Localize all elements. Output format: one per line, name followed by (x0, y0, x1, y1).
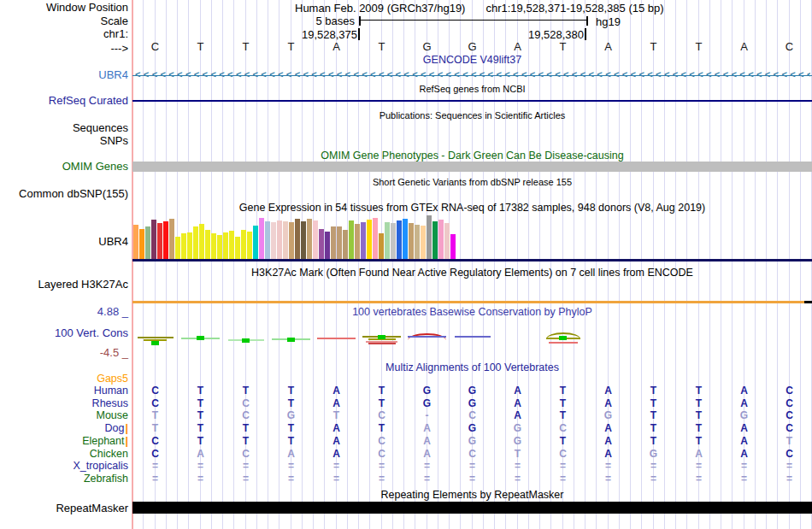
alignment-base[interactable]: A (721, 448, 767, 460)
alignment-base[interactable]: = (540, 473, 585, 485)
alignment-base[interactable]: T (767, 435, 812, 447)
gtex-tissue-bar[interactable] (391, 223, 396, 259)
gencode-track-title[interactable]: GENCODE V49lift37 (132, 55, 812, 66)
species-label-mouse[interactable]: Mouse (0, 409, 128, 421)
alignment-base[interactable]: = (450, 473, 495, 485)
alignment-base[interactable]: = (359, 473, 404, 485)
alignment-base[interactable]: T (178, 435, 223, 447)
alignment-base[interactable]: C (767, 385, 812, 397)
omim-track-title[interactable]: OMIM Gene Phenotypes - Dark Green Can Be… (132, 150, 812, 162)
alignment-base[interactable]: T (631, 435, 676, 447)
alignment-base[interactable]: A (404, 435, 450, 447)
alignment-base[interactable]: A (314, 385, 359, 397)
alignment-base[interactable]: G (450, 397, 495, 409)
alignment-base[interactable]: T (540, 385, 585, 397)
species-label-human[interactable]: Human (0, 385, 128, 397)
alignment-base[interactable]: A (721, 385, 767, 397)
h3k27ac-label[interactable]: Layered H3K27Ac (0, 279, 128, 291)
alignment-base[interactable]: A (585, 422, 631, 434)
publications-track-title[interactable]: Publications: Sequences in Scientific Ar… (132, 110, 812, 121)
alignment-base[interactable]: T (268, 422, 314, 434)
gtex-tissue-bar[interactable] (307, 219, 312, 259)
conservation-mark[interactable] (287, 338, 295, 342)
gtex-tissue-bar[interactable] (265, 221, 270, 259)
gtex-tissue-bar[interactable] (163, 221, 168, 259)
gtex-tissue-bar[interactable] (277, 220, 282, 259)
alignment-base[interactable]: T (631, 397, 676, 409)
alignment-base[interactable]: C (223, 409, 268, 421)
species-label-elephant[interactable]: Elephant| (0, 435, 128, 447)
alignment-base[interactable]: A (178, 448, 223, 460)
alignment-base[interactable]: G (495, 435, 540, 447)
gtex-tissue-bar[interactable] (271, 222, 276, 259)
gtex-tissue-bar[interactable] (409, 223, 414, 259)
alignment-base[interactable]: T (676, 422, 721, 434)
gtex-tissue-bar[interactable] (241, 230, 246, 259)
alignment-base[interactable]: T (676, 397, 721, 409)
gtex-tissue-bar[interactable] (319, 229, 324, 259)
alignment-base[interactable]: T (540, 435, 585, 447)
alignment-base[interactable]: T (178, 397, 223, 409)
alignment-base[interactable]: T (223, 422, 268, 434)
gtex-tissue-bar[interactable] (217, 235, 222, 259)
alignment-base[interactable]: = (223, 473, 268, 485)
alignment-base[interactable]: G (450, 422, 495, 434)
alignment-base[interactable]: = (676, 460, 721, 472)
gtex-tissue-bar[interactable] (301, 221, 306, 259)
gtex-tissue-bar[interactable] (373, 218, 378, 259)
alignment-base[interactable]: = (495, 460, 540, 472)
alignment-base[interactable]: T (268, 397, 314, 409)
alignment-base[interactable]: = (404, 460, 450, 472)
conservation-mark[interactable] (151, 341, 159, 345)
alignment-base[interactable]: T (132, 422, 178, 434)
multiz-track-title[interactable]: Multiz Alignments of 100 Vertebrates (132, 362, 812, 373)
alignment-base[interactable]: = (223, 460, 268, 472)
alignment-base[interactable]: G (450, 435, 495, 447)
gtex-tissue-bar[interactable] (283, 221, 288, 259)
alignment-base[interactable]: T (359, 385, 404, 397)
gtex-tissue-bar[interactable] (151, 220, 156, 259)
alignment-base[interactable]: A (585, 385, 631, 397)
species-label-chicken[interactable]: Chicken (0, 448, 128, 460)
gtex-tissue-bar[interactable] (325, 232, 330, 259)
gtex-tissue-bar[interactable] (450, 234, 456, 259)
alignment-base[interactable]: C (132, 448, 178, 460)
gtex-track-title[interactable]: Gene Expression in 54 tissues from GTEx … (132, 203, 812, 214)
dbsnp-label[interactable]: Common dbSNP(155) (0, 188, 128, 200)
conservation-mark[interactable] (138, 337, 174, 338)
gtex-tissue-bar[interactable] (331, 226, 336, 259)
gtex-tissue-bar[interactable] (343, 230, 348, 259)
alignment-base[interactable]: C (359, 409, 404, 421)
alignment-base[interactable]: T (268, 435, 314, 447)
h3k27ac-signal-line[interactable] (132, 301, 804, 303)
conservation-mark[interactable] (378, 335, 385, 339)
alignment-base[interactable]: = (767, 473, 812, 485)
alignment-base[interactable]: A (585, 448, 631, 460)
alignment-base[interactable]: = (585, 473, 631, 485)
alignment-base[interactable]: G (450, 385, 495, 397)
alignment-base[interactable]: C (359, 435, 404, 447)
alignment-base[interactable]: = (495, 473, 540, 485)
alignment-base[interactable]: A (314, 422, 359, 434)
alignment-base[interactable]: - (404, 409, 450, 421)
gtex-tissue-bar[interactable] (247, 232, 252, 259)
gtex-tissue-bar[interactable] (157, 223, 162, 259)
alignment-base[interactable]: T (540, 409, 585, 421)
alignment-base[interactable]: T (268, 385, 314, 397)
alignment-base[interactable]: A (314, 448, 359, 460)
alignment-base[interactable]: T (676, 409, 721, 421)
alignment-base[interactable]: = (450, 460, 495, 472)
repeatmasker-element-bar[interactable] (132, 502, 812, 514)
alignment-base[interactable]: C (540, 422, 585, 434)
gtex-tissue-bar[interactable] (295, 219, 300, 259)
alignment-base[interactable]: A (495, 397, 540, 409)
alignment-base[interactable]: = (314, 473, 359, 485)
gtex-tissue-bar[interactable] (415, 225, 420, 259)
alignment-base[interactable]: C (223, 448, 268, 460)
gtex-tissue-bar[interactable] (259, 218, 264, 259)
gtex-tissue-bar[interactable] (361, 222, 366, 259)
alignment-base[interactable]: A (268, 448, 314, 460)
species-label-rhesus[interactable]: Rhesus (0, 397, 128, 409)
conservation-mark[interactable] (197, 336, 204, 340)
omim-gene-bar[interactable] (132, 162, 812, 172)
